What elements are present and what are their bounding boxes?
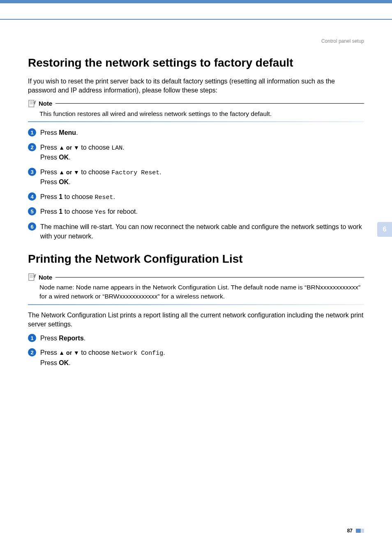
t: Press: [40, 359, 59, 366]
one-key: 1: [59, 193, 62, 200]
step-badge-5: 5: [28, 207, 36, 215]
code-factory-reset: Factory Reset: [111, 169, 159, 176]
t: Press: [40, 178, 59, 185]
step-badge-2: 2: [28, 143, 36, 151]
footer: 87: [347, 528, 364, 534]
section2-intro: The Network Configuration List prints a …: [28, 311, 364, 329]
code-reset: Reset: [95, 194, 113, 201]
page-decor-icon: [356, 529, 364, 533]
note-body-1: This function restores all wired and wir…: [28, 109, 364, 118]
step-3: 3 Press ▲ or ▼ to choose Factory Reset. …: [28, 167, 364, 187]
note-label: Note: [39, 100, 52, 107]
step-badge-6: 6: [28, 222, 36, 231]
step-badge-3: 3: [28, 168, 36, 176]
t: .: [69, 154, 70, 161]
note-header: Note: [28, 99, 364, 108]
note-label: Note: [39, 274, 52, 281]
svg-rect-24: [356, 529, 361, 533]
s2-step-1: 1 Press Reports.: [28, 333, 364, 343]
step-1-text: Press Menu.: [40, 128, 364, 137]
t: to choose: [79, 349, 111, 356]
note-block-1: Note This function restores all wired an…: [28, 99, 364, 123]
step-3-text: Press ▲ or ▼ to choose Factory Reset. Pr…: [40, 167, 364, 187]
top-band: [0, 0, 392, 20]
t: Press: [40, 349, 59, 356]
svg-text:5: 5: [30, 208, 33, 215]
svg-text:3: 3: [30, 169, 33, 175]
t: .: [163, 349, 165, 356]
t: .: [122, 144, 124, 151]
step-badge-4: 4: [28, 192, 36, 201]
step-2-text: Press ▲ or ▼ to choose LAN. Press OK.: [40, 143, 364, 162]
svg-text:1: 1: [30, 335, 33, 341]
t: Press: [40, 208, 59, 215]
ok-key: OK: [59, 359, 69, 366]
t: Press: [40, 129, 59, 136]
s2-step-2: 2 Press ▲ or ▼ to choose Network Config.…: [28, 348, 364, 368]
t: .: [69, 359, 70, 366]
section-title-2: Printing the Network Configuration List: [28, 252, 364, 266]
t: for reboot.: [106, 208, 138, 215]
t: Press: [40, 154, 59, 161]
s2-step-2-text: Press ▲ or ▼ to choose Network Config. P…: [40, 348, 364, 368]
t: .: [69, 178, 70, 185]
svg-text:6: 6: [30, 224, 33, 230]
step-5: 5 Press 1 to choose Yes for reboot.: [28, 207, 364, 217]
step-badge-1: 1: [28, 128, 36, 136]
s2-step-1-text: Press Reports.: [40, 333, 364, 343]
t: to choose: [79, 144, 111, 151]
one-key: 1: [59, 208, 62, 215]
svg-text:1: 1: [30, 130, 33, 136]
svg-text:4: 4: [30, 193, 34, 199]
arrow-keys: ▲ or ▼: [59, 349, 79, 356]
note-rule: [55, 103, 364, 104]
svg-rect-25: [361, 529, 364, 533]
note-rule: [55, 277, 364, 278]
step-4: 4 Press 1 to choose Reset.: [28, 192, 364, 202]
section-2: Printing the Network Configuration List …: [28, 252, 364, 367]
step-4-text: Press 1 to choose Reset.: [40, 192, 364, 202]
t: to choose: [62, 193, 95, 200]
note-end-rule: [28, 304, 364, 305]
arrow-keys: ▲ or ▼: [59, 169, 79, 176]
t: Press: [40, 335, 59, 342]
note-icon: [28, 273, 37, 281]
step-badge-1: 1: [28, 334, 36, 342]
t: .: [84, 335, 85, 342]
page-number: 87: [347, 528, 353, 534]
note-body-2: Node name: Node name appears in the Netw…: [28, 283, 364, 301]
ok-key: OK: [59, 178, 69, 185]
svg-rect-0: [29, 100, 34, 107]
code-yes: Yes: [95, 209, 106, 216]
steps-list-2: 1 Press Reports. 2 Press ▲ or ▼ to choos…: [28, 333, 364, 368]
step-badge-2: 2: [28, 348, 36, 356]
step-1: 1 Press Menu.: [28, 128, 364, 137]
step-6: 6 The machine will re-start. You can now…: [28, 222, 364, 241]
step-6-text: The machine will re-start. You can now r…: [40, 222, 364, 241]
chapter-tab: 6: [377, 222, 392, 237]
steps-list-1: 1 Press Menu. 2 Press ▲ or ▼ to choose L…: [28, 128, 364, 241]
t: .: [113, 193, 115, 200]
step-2: 2 Press ▲ or ▼ to choose LAN. Press OK.: [28, 143, 364, 162]
svg-rect-16: [29, 274, 34, 280]
t: to choose: [62, 208, 95, 215]
ok-key: OK: [59, 154, 69, 161]
menu-key: Menu: [59, 129, 76, 136]
code-lan: LAN: [111, 145, 122, 152]
breadcrumb: Control panel setup: [28, 38, 364, 44]
note-header: Note: [28, 273, 364, 281]
svg-text:2: 2: [30, 144, 33, 150]
t: Press: [40, 169, 59, 176]
step-5-text: Press 1 to choose Yes for reboot.: [40, 207, 364, 217]
note-end-rule: [28, 121, 364, 122]
t: .: [159, 169, 161, 176]
t: to choose: [79, 169, 111, 176]
svg-text:2: 2: [30, 349, 33, 355]
note-block-2: Note Node name: Node name appears in the…: [28, 273, 364, 305]
section1-intro: If you wish to reset the print server ba…: [28, 77, 364, 95]
code-network-config: Network Config: [111, 350, 163, 357]
page-content: Control panel setup Restoring the networ…: [0, 20, 392, 368]
arrow-keys: ▲ or ▼: [59, 144, 79, 151]
t: Press: [40, 144, 59, 151]
t: Press: [40, 193, 59, 200]
